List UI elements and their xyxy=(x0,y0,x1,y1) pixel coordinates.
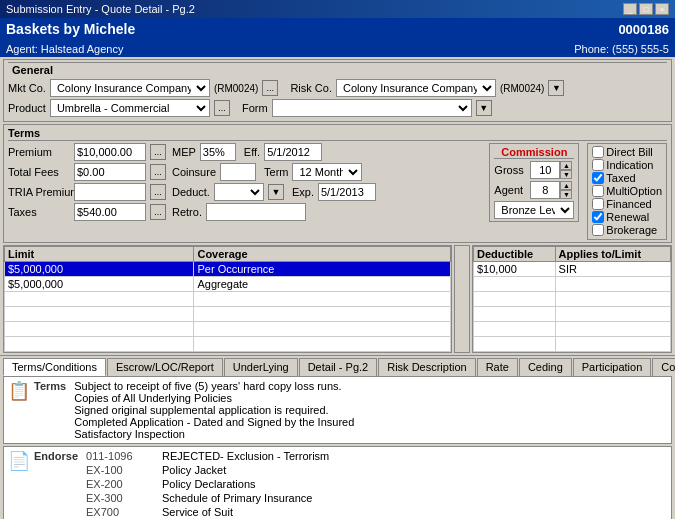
multioption-checkbox[interactable] xyxy=(592,185,604,197)
direct-bill-checkbox[interactable] xyxy=(592,146,604,158)
deductible-table: Deductible Applies to/Limit $10,000 SIR xyxy=(472,245,672,353)
limit-cell: $5,000,000 xyxy=(5,262,194,277)
taxes-input[interactable] xyxy=(74,203,146,221)
agent-down-button[interactable]: ▼ xyxy=(560,190,572,199)
tab-rate[interactable]: Rate xyxy=(477,358,518,376)
terms-line-4: Completed Application - Dated and Signed… xyxy=(74,416,354,428)
terms-section: Terms Premium ... MEP Eff. Total Fees ..… xyxy=(3,124,672,243)
direct-bill-label: Direct Bill xyxy=(606,146,652,158)
tab-terms-conditions[interactable]: Terms/Conditions xyxy=(3,358,106,376)
premium-search-button[interactable]: ... xyxy=(150,144,166,160)
mkt-search-button[interactable]: ... xyxy=(262,80,278,96)
coverage-cell: Aggregate xyxy=(194,277,451,292)
coverage-scrollbar[interactable] xyxy=(454,245,470,353)
terms-text-content: Subject to receipt of five (5) years' ha… xyxy=(74,380,354,440)
endorse-code-2: EX-100 xyxy=(86,464,146,476)
renewal-checkbox[interactable] xyxy=(592,211,604,223)
general-section: General Mkt Co. Colony Insurance Company… xyxy=(3,59,672,122)
multioption-label: MultiOption xyxy=(606,185,662,197)
tria-search-button[interactable]: ... xyxy=(150,184,166,200)
minimize-button[interactable]: _ xyxy=(623,3,637,15)
endorse-desc-2: Policy Jacket xyxy=(162,464,226,476)
coinsure-label: Coinsure xyxy=(172,166,216,178)
endorse-icon: 📄 xyxy=(8,450,30,472)
form-search-button[interactable]: ▼ xyxy=(476,100,492,116)
checkboxes-box: Direct Bill Indication Taxed MultiOption… xyxy=(587,143,667,240)
retro-label: Retro. xyxy=(172,206,202,218)
deduct-search-button[interactable]: ▼ xyxy=(268,184,284,200)
agent-comm-input[interactable] xyxy=(530,181,560,199)
copies-link[interactable]: Copies of All Underlying Policies xyxy=(74,392,232,404)
agent-bar: Agent: Halstead Agency Phone: (555) 555-… xyxy=(0,40,675,57)
terms-icon-label: Terms xyxy=(34,380,66,392)
tab-coinsurance[interactable]: Coinsurance xyxy=(652,358,675,376)
agent-up-button[interactable]: ▲ xyxy=(560,181,572,190)
level-select[interactable]: Bronze Level xyxy=(494,201,574,219)
form-label: Form xyxy=(242,102,268,114)
term-select[interactable]: 12 Months xyxy=(292,163,362,181)
table-row xyxy=(5,292,451,307)
total-fees-input[interactable] xyxy=(74,163,146,181)
endorse-desc-3: Policy Declarations xyxy=(162,478,256,490)
indication-label: Indication xyxy=(606,159,653,171)
endorse-code-3: EX-200 xyxy=(86,478,146,490)
form-select[interactable] xyxy=(272,99,472,117)
eff-input[interactable] xyxy=(264,143,322,161)
window-controls[interactable]: _ □ × xyxy=(623,3,669,15)
premium-input[interactable] xyxy=(74,143,146,161)
taxes-search-button[interactable]: ... xyxy=(150,204,166,220)
mep-label: MEP xyxy=(172,146,196,158)
table-row xyxy=(474,322,671,337)
retro-input[interactable] xyxy=(206,203,306,221)
gross-input[interactable] xyxy=(530,161,560,179)
table-row[interactable]: $10,000 SIR xyxy=(474,262,671,277)
indication-checkbox[interactable] xyxy=(592,159,604,171)
tria-input[interactable] xyxy=(74,183,146,201)
terms-content-section: 📋 Terms Subject to receipt of five (5) y… xyxy=(3,376,672,444)
deduct-label: Deduct. xyxy=(172,186,210,198)
terms-header: Terms xyxy=(8,127,667,141)
mkt-co-select[interactable]: Colony Insurance Company xyxy=(50,79,210,97)
close-button[interactable]: × xyxy=(655,3,669,15)
product-select[interactable]: Umbrella - Commercial xyxy=(50,99,210,117)
title-text: Submission Entry - Quote Detail - Pg.2 xyxy=(6,3,195,15)
mep-input[interactable] xyxy=(200,143,236,161)
table-row[interactable]: $5,000,000 Aggregate xyxy=(5,277,451,292)
tab-detail-pg2[interactable]: Detail - Pg.2 xyxy=(299,358,378,376)
tab-risk-description[interactable]: Risk Description xyxy=(378,358,475,376)
required-text: is required. xyxy=(274,404,328,416)
table-row xyxy=(474,292,671,307)
mkt-co-label: Mkt Co. xyxy=(8,82,46,94)
fees-search-button[interactable]: ... xyxy=(150,164,166,180)
coinsure-input[interactable] xyxy=(220,163,256,181)
endorse-desc-4: Schedule of Primary Insurance xyxy=(162,492,312,504)
taxed-checkbox[interactable] xyxy=(592,172,604,184)
term-label: Term xyxy=(264,166,288,178)
deductible-cell: $10,000 xyxy=(474,262,556,277)
gross-down-button[interactable]: ▼ xyxy=(560,170,572,179)
financed-label: Financed xyxy=(606,198,651,210)
tab-underlying[interactable]: UnderLying xyxy=(224,358,298,376)
risk-search-button[interactable]: ▼ xyxy=(548,80,564,96)
premium-label: Premium xyxy=(8,146,70,158)
table-row[interactable]: $5,000,000 Per Occurrence xyxy=(5,262,451,277)
financed-checkbox[interactable] xyxy=(592,198,604,210)
endorse-section: 📄 Endorse 011-1096 REJECTED- Exclusion -… xyxy=(3,446,672,519)
deduct-select[interactable] xyxy=(214,183,264,201)
product-search-button[interactable]: ... xyxy=(214,100,230,116)
list-item: EX-300 Schedule of Primary Insurance xyxy=(86,492,329,504)
brokerage-checkbox[interactable] xyxy=(592,224,604,236)
maximize-button[interactable]: □ xyxy=(639,3,653,15)
tab-escrow[interactable]: Escrow/LOC/Report xyxy=(107,358,223,376)
agent-comm-label: Agent xyxy=(494,184,526,196)
table-row xyxy=(5,322,451,337)
risk-co-select[interactable]: Colony Insurance Company xyxy=(336,79,496,97)
table-row xyxy=(5,307,451,322)
gross-up-button[interactable]: ▲ xyxy=(560,161,572,170)
tab-ceding[interactable]: Ceding xyxy=(519,358,572,376)
tab-participation[interactable]: Participation xyxy=(573,358,652,376)
endorse-desc-1: REJECTED- Exclusion - Terrorism xyxy=(162,450,329,462)
exp-input[interactable] xyxy=(318,183,376,201)
list-item: EX700 Service of Suit xyxy=(86,506,329,518)
commission-box: Commission Gross ▲ ▼ Agent xyxy=(489,143,579,222)
